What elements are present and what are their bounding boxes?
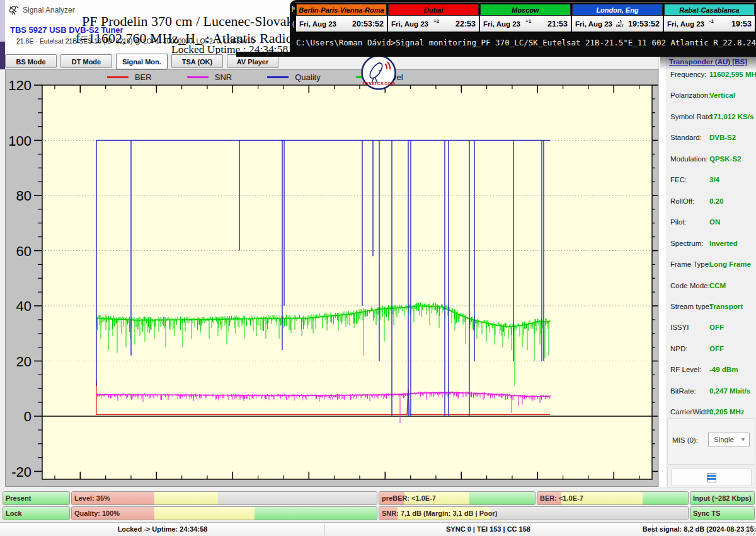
- y-tick-label: 100: [8, 133, 32, 149]
- clock-time-row: Fri, Aug 23+121:53: [480, 16, 571, 32]
- transponder-row-value: 0,205 MHz: [709, 408, 745, 416]
- transponder-row: FEC:3/4: [670, 176, 753, 186]
- transponder-row-value: Vertical: [709, 91, 735, 99]
- transponder-row-label: Modulation:: [670, 155, 707, 163]
- transponder-row-value: 3/4: [709, 176, 719, 184]
- transponder-row-value: 171,012 KS/s: [709, 113, 753, 120]
- transponder-row: Symbol Rate:171,012 KS/s: [670, 113, 753, 123]
- logo-text: DXSATCS.COM: [362, 81, 394, 86]
- clock-time-row: Fri, Aug 23+222:53: [388, 16, 479, 32]
- clock-utc-offset: +1: [525, 18, 531, 24]
- transponder-row-label: Frequency:: [670, 71, 707, 78]
- transponder-row-value: Transport: [709, 303, 743, 310]
- y-tick-label: 60: [16, 243, 32, 259]
- resize-grip[interactable]: [745, 525, 755, 535]
- legend-line-icon: [107, 76, 129, 78]
- transponder-row-label: Code Mode:: [670, 282, 710, 289]
- clock-utc-offset: +2: [433, 18, 439, 24]
- bar-label: preBER: <1.0E-7: [382, 492, 436, 504]
- bar-label: SNR: 7,1 dB (Margin: 3,1 dB | Poor): [382, 507, 497, 520]
- bar-label: Present: [6, 492, 31, 504]
- transponder-row-value: 0,247 Mbit/s: [709, 387, 750, 395]
- bar-label: Quality: 100%: [74, 507, 120, 520]
- tab-bs-mode[interactable]: BS Mode: [5, 54, 57, 68]
- clock-time-value: 20:53:52: [352, 20, 384, 28]
- transponder-row-value: Inverted: [709, 240, 738, 247]
- signal-analyzer-window: Signal Analyzer TBS 5927 USB DVB-S2 Tune…: [0, 0, 756, 536]
- tab-signal-mon-[interactable]: Signal Mon.: [116, 54, 168, 69]
- transponder-row-label: RF Level:: [670, 366, 701, 373]
- y-tick-label: 40: [16, 298, 32, 314]
- indicator-present: Present: [3, 491, 70, 505]
- transponder-row-label: Symbol Rate:: [670, 113, 714, 120]
- clock-date: Fri, Aug 23: [483, 20, 520, 28]
- clock-city-label: Moscow: [480, 4, 571, 16]
- transponder-row-value: CCM: [709, 282, 726, 289]
- transponder-row: Stream type:Transport: [670, 303, 753, 313]
- tab-tsa-ok-[interactable]: TSA (OK): [171, 54, 223, 68]
- offset-dst: DST: [616, 24, 624, 28]
- y-tick-label: 80: [16, 188, 32, 204]
- clock-panel-berlin-paris-vienna-roma: Berlin-Paris-Vienna-RomaFri, Aug 2320:53…: [296, 4, 387, 32]
- statusbar-divider: [324, 524, 325, 535]
- y-tick-label: 0: [24, 409, 32, 424]
- chevron-down-icon: ▼: [740, 436, 746, 443]
- mis-dropdown[interactable]: Single ▼: [708, 433, 750, 446]
- chart-legend: BERSNRQualityLevel: [5, 69, 658, 85]
- console-prompt-line: C:\Users\Roman Dávid>Signal monitoring_P…: [296, 38, 756, 47]
- transponder-row-value: QPSK-S2: [709, 155, 742, 163]
- clock-time-value: 19:53:52: [628, 20, 660, 28]
- world-clock-window: Berlin-Paris-Vienna-RomaFri, Aug 2320:53…: [295, 2, 756, 33]
- y-tick-label: 20: [16, 354, 32, 370]
- legend-label: SNR: [215, 73, 232, 82]
- bar-label: BER: <1.0E-7: [540, 492, 583, 504]
- transponder-row: Frequency:11602,595 MHz: [670, 71, 753, 81]
- clock-panel-moscow: MoscowFri, Aug 23+121:53: [480, 4, 571, 32]
- transponder-row: Modulation:QPSK-S2: [670, 155, 753, 165]
- bar-label: Level: 35%: [74, 492, 110, 504]
- bar-segments: [72, 492, 377, 504]
- transponder-row-label: ISSYI: [670, 323, 689, 331]
- dxsatcs-logo: DXSATCS.COM: [361, 55, 396, 90]
- mis-value: Single: [714, 436, 734, 443]
- legend-line-icon: [267, 76, 289, 78]
- legend-item-quality: Quality: [267, 73, 320, 82]
- transponder-row-value: OFF: [709, 323, 724, 331]
- clock-city-label: Rabat-Casablanca: [664, 4, 755, 16]
- indicator-sync-ts: Sync TS: [690, 506, 755, 520]
- transponder-row-label: NPD:: [670, 345, 687, 352]
- clock-time-value: 21:53: [547, 20, 568, 28]
- bar-segment-gray: [218, 492, 377, 504]
- statusbar-best-signal: Best signal: 8,2 dB (2024-08-23 15:26): [643, 525, 756, 533]
- transponder-row-label: Pilot:: [670, 218, 687, 226]
- transponder-row-label: FEC:: [670, 176, 687, 184]
- transponder-row: Frame Type:Long Frame: [670, 260, 753, 271]
- window-left-edge: [0, 0, 5, 69]
- transponder-sidebar: Transponder (AU) [BS] Frequency:11602,59…: [666, 54, 756, 487]
- transponder-row: NPD:OFF: [670, 345, 753, 355]
- clock-utc-offset: -1: [709, 18, 714, 24]
- bar-segment-green: [643, 492, 688, 504]
- indicator-quality: Quality: 100%: [71, 506, 377, 520]
- statusbar-uptime: Locked -> Uptime: 24:34:58: [118, 525, 208, 533]
- signal-chart: 120100806040200-20: [5, 69, 658, 487]
- transponder-row: CarrierWidth:0,205 MHz: [670, 408, 753, 418]
- console-bottom-edge: [236, 52, 756, 57]
- indicator-lock: Lock: [3, 506, 70, 520]
- clock-city-label: Dubai: [388, 4, 479, 16]
- bar-label: Input (~282 Kbps): [693, 492, 752, 504]
- clock-time-row: Fri, Aug 23-1DST19:53:52: [572, 16, 663, 32]
- indicator-ber: BER: <1.0E-7: [537, 491, 689, 505]
- ts-record-button[interactable]: [671, 469, 752, 486]
- transponder-row: ISSYIOFF: [670, 323, 753, 334]
- transponder-row-label: BitRate:: [670, 387, 696, 395]
- clock-city-label: London, Eng: [572, 4, 663, 16]
- mis-label: MIS (0):: [672, 436, 698, 444]
- bar-segment-yellow: [154, 507, 255, 520]
- legend-item-snr: SNR: [187, 73, 232, 82]
- tab-dt-mode[interactable]: DT Mode: [60, 54, 112, 68]
- transponder-row-value: ON: [709, 218, 720, 226]
- indicator-input-282-kbps-: Input (~282 Kbps): [690, 491, 755, 505]
- y-tick-label: -20: [11, 464, 32, 480]
- overlay-dish-location: PF Prodelin 370 cm / Lucenec-Slovakia: [82, 13, 303, 30]
